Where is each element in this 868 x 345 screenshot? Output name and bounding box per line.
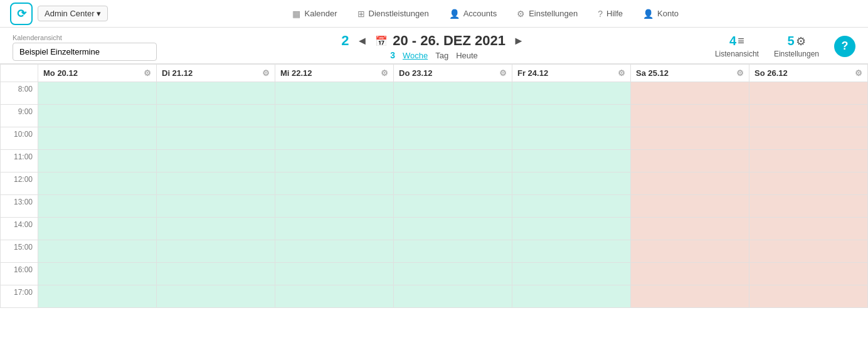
cal-cell-do[interactable] bbox=[394, 150, 512, 172]
admin-center-button[interactable]: Admin Center ▾ bbox=[38, 6, 108, 21]
cal-cell-fr[interactable] bbox=[512, 150, 631, 172]
cal-cell-mi[interactable] bbox=[275, 105, 394, 127]
next-arrow-button[interactable]: ► bbox=[511, 34, 527, 48]
nav-hilfe[interactable]: ? Hilfe bbox=[598, 9, 623, 19]
cal-cell-do[interactable] bbox=[394, 82, 512, 105]
cal-cell-so[interactable] bbox=[749, 82, 868, 105]
cal-cell-so[interactable] bbox=[749, 127, 868, 150]
cal-cell-mi[interactable] bbox=[275, 263, 394, 285]
cal-cell-do[interactable] bbox=[394, 218, 512, 240]
cal-cell-sa[interactable] bbox=[631, 127, 749, 150]
view-select[interactable]: Beispiel Einzeltermine bbox=[13, 43, 157, 61]
konto-icon: 👤 bbox=[643, 9, 654, 19]
cal-cell-do[interactable] bbox=[394, 263, 512, 285]
cal-cell-mo[interactable] bbox=[38, 172, 157, 195]
cal-cell-so[interactable] bbox=[749, 150, 868, 172]
cal-cell-mo[interactable] bbox=[38, 82, 157, 105]
cal-cell-fr[interactable] bbox=[512, 285, 631, 308]
day-gear-mi[interactable]: ⚙ bbox=[381, 68, 388, 78]
prev-arrow-button[interactable]: ◄ bbox=[354, 34, 370, 48]
cal-cell-di[interactable] bbox=[157, 150, 275, 172]
cal-cell-di[interactable] bbox=[157, 218, 275, 240]
cal-cell-fr[interactable] bbox=[512, 127, 631, 150]
cal-cell-do[interactable] bbox=[394, 240, 512, 263]
cal-cell-sa[interactable] bbox=[631, 240, 749, 263]
day-gear-mo[interactable]: ⚙ bbox=[144, 68, 151, 78]
cal-cell-mo[interactable] bbox=[38, 105, 157, 127]
cal-cell-so[interactable] bbox=[749, 240, 868, 263]
cal-cell-fr[interactable] bbox=[512, 195, 631, 218]
einstellungen-button[interactable]: 5 ⚙ Einstellungen bbox=[774, 34, 819, 58]
day-gear-di[interactable]: ⚙ bbox=[262, 68, 270, 78]
nav-dienstleistungen[interactable]: ⊞ Dienstleistungen bbox=[357, 9, 429, 19]
cal-cell-di[interactable] bbox=[157, 172, 275, 195]
calendar-row: 17:00 bbox=[1, 285, 868, 308]
cal-cell-fr[interactable] bbox=[512, 240, 631, 263]
cal-cell-sa[interactable] bbox=[631, 218, 749, 240]
cal-cell-fr[interactable] bbox=[512, 82, 631, 105]
cal-cell-mi[interactable] bbox=[275, 195, 394, 218]
cal-cell-sa[interactable] bbox=[631, 263, 749, 285]
cal-cell-mo[interactable] bbox=[38, 240, 157, 263]
cal-cell-do[interactable] bbox=[394, 195, 512, 218]
cal-cell-sa[interactable] bbox=[631, 82, 749, 105]
cal-cell-mi[interactable] bbox=[275, 82, 394, 105]
cal-cell-so[interactable] bbox=[749, 172, 868, 195]
cal-cell-do[interactable] bbox=[394, 105, 512, 127]
cal-cell-so[interactable] bbox=[749, 195, 868, 218]
nav-kalender[interactable]: ▦ Kalender bbox=[292, 9, 337, 19]
cal-cell-fr[interactable] bbox=[512, 218, 631, 240]
cal-cell-mi[interactable] bbox=[275, 218, 394, 240]
day-gear-sa[interactable]: ⚙ bbox=[736, 68, 744, 78]
cal-cell-di[interactable] bbox=[157, 127, 275, 150]
cal-cell-mi[interactable] bbox=[275, 150, 394, 172]
cal-cell-fr[interactable] bbox=[512, 263, 631, 285]
day-gear-do[interactable]: ⚙ bbox=[499, 68, 507, 78]
help-button[interactable]: ? bbox=[834, 36, 855, 57]
cal-cell-sa[interactable] bbox=[631, 150, 749, 172]
cal-cell-do[interactable] bbox=[394, 285, 512, 308]
cal-cell-di[interactable] bbox=[157, 105, 275, 127]
listenansicht-button[interactable]: 4 ≡ Listenansicht bbox=[715, 34, 759, 58]
cal-cell-mi[interactable] bbox=[275, 172, 394, 195]
cal-cell-mi[interactable] bbox=[275, 285, 394, 308]
tag-link[interactable]: Tag bbox=[435, 51, 448, 60]
cal-cell-sa[interactable] bbox=[631, 285, 749, 308]
einstellungen-icon: ⚙ bbox=[517, 9, 525, 19]
cal-cell-so[interactable] bbox=[749, 263, 868, 285]
nav-konto[interactable]: 👤 Konto bbox=[643, 9, 679, 19]
cal-cell-di[interactable] bbox=[157, 285, 275, 308]
cal-cell-di[interactable] bbox=[157, 240, 275, 263]
cal-cell-sa[interactable] bbox=[631, 105, 749, 127]
cal-cell-so[interactable] bbox=[749, 105, 868, 127]
cal-cell-so[interactable] bbox=[749, 218, 868, 240]
cal-cell-di[interactable] bbox=[157, 82, 275, 105]
cal-cell-fr[interactable] bbox=[512, 172, 631, 195]
cal-cell-mo[interactable] bbox=[38, 285, 157, 308]
cal-cell-sa[interactable] bbox=[631, 195, 749, 218]
day-gear-fr[interactable]: ⚙ bbox=[618, 68, 625, 78]
nav-accounts[interactable]: 👤 Accounts bbox=[449, 9, 497, 19]
calendar-row: 13:00 bbox=[1, 195, 868, 218]
day-header-mi: Mi 22.12 ⚙ bbox=[275, 65, 394, 82]
cal-cell-mi[interactable] bbox=[275, 240, 394, 263]
cal-cell-do[interactable] bbox=[394, 127, 512, 150]
day-header-mo: Mo 20.12 ⚙ bbox=[38, 65, 157, 82]
nav-einstellungen[interactable]: ⚙ Einstellungen bbox=[517, 9, 578, 19]
cal-cell-mo[interactable] bbox=[38, 150, 157, 172]
day-label-mi: Mi 22.12 bbox=[280, 68, 312, 78]
cal-cell-mi[interactable] bbox=[275, 127, 394, 150]
day-gear-so[interactable]: ⚙ bbox=[855, 68, 862, 78]
cal-cell-so[interactable] bbox=[749, 285, 868, 308]
cal-cell-mo[interactable] bbox=[38, 127, 157, 150]
woche-link[interactable]: Woche bbox=[403, 51, 428, 60]
cal-cell-mo[interactable] bbox=[38, 195, 157, 218]
cal-cell-di[interactable] bbox=[157, 195, 275, 218]
cal-cell-sa[interactable] bbox=[631, 172, 749, 195]
cal-cell-do[interactable] bbox=[394, 172, 512, 195]
cal-cell-mo[interactable] bbox=[38, 263, 157, 285]
cal-cell-fr[interactable] bbox=[512, 105, 631, 127]
heute-link[interactable]: Heute bbox=[456, 51, 478, 60]
cal-cell-di[interactable] bbox=[157, 263, 275, 285]
cal-cell-mo[interactable] bbox=[38, 218, 157, 240]
